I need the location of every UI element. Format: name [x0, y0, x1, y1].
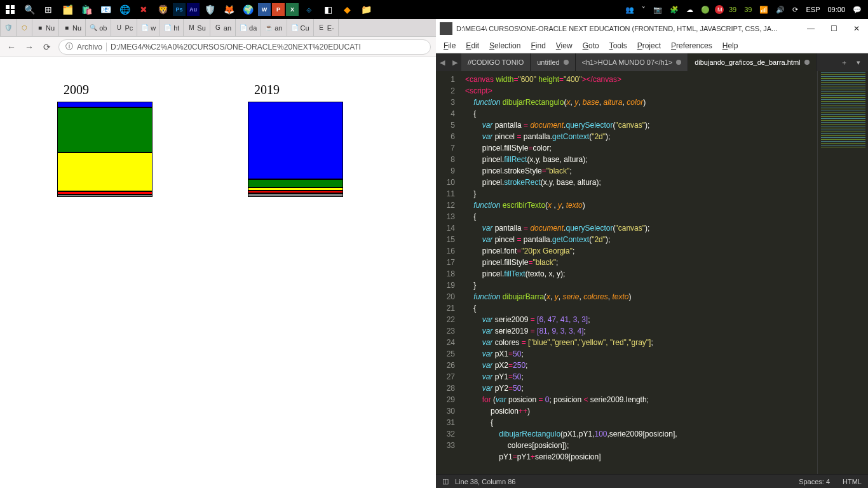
close-button[interactable]: ✕ — [845, 19, 868, 38]
chart-canvas: 20092019 — [19, 83, 400, 337]
menu-tools[interactable]: Tools — [604, 40, 632, 51]
tab-label: Nu — [46, 24, 55, 32]
sublime-icon[interactable]: ◆ — [338, 1, 356, 18]
svg-rect-3 — [11, 10, 15, 14]
lang-indicator[interactable]: ESP — [803, 6, 822, 13]
window-title: D:\MEG4\ CURSOS\ONE-ORACLE NEXT EDUCATIO… — [456, 25, 799, 32]
clock[interactable]: 09:00 — [825, 6, 848, 13]
powerpoint-icon[interactable]: P — [272, 3, 285, 16]
menu-find[interactable]: Find — [526, 40, 550, 51]
browser-tab[interactable]: 📄w — [137, 19, 160, 36]
browser-shield[interactable]: 🛡️ — [0, 19, 17, 36]
tab-label: an — [275, 24, 282, 32]
volume-icon[interactable]: 🔊 — [773, 6, 787, 14]
search-icon[interactable]: 🔍 — [20, 1, 38, 18]
browser-tab[interactable]: UPc — [111, 19, 137, 36]
minimize-button[interactable]: — — [799, 19, 822, 38]
excel-icon[interactable]: X — [286, 3, 299, 16]
temp-gpu: 39 — [726, 6, 739, 13]
chart-title: 2009 — [64, 83, 89, 97]
tray-icon-1[interactable]: 📷 — [651, 6, 665, 14]
tab-next-icon[interactable]: ▶ — [449, 58, 461, 67]
editor-tab[interactable]: //CODIGO TONIO — [461, 53, 531, 71]
editor-tab[interactable]: untitled — [531, 53, 575, 71]
start-icon[interactable] — [1, 1, 19, 18]
favicon-icon: 📄 — [141, 24, 149, 32]
maximize-button[interactable]: ☐ — [822, 19, 845, 38]
menu-help[interactable]: Help — [717, 40, 743, 51]
mail-icon[interactable]: 📧 — [97, 1, 114, 18]
minimap[interactable] — [817, 71, 868, 474]
new-tab-button[interactable]: ＋ — [837, 58, 851, 67]
browser-tab[interactable]: ■Nu — [32, 19, 59, 36]
browser-tab[interactable]: 📄ht — [160, 19, 184, 36]
editor-titlebar: D:\MEG4\ CURSOS\ONE-ORACLE NEXT EDUCATIO… — [436, 19, 868, 38]
chevron-up-icon[interactable]: ˅ — [639, 6, 648, 14]
browser-tab[interactable]: Gan — [210, 19, 236, 36]
browser-tab[interactable]: EE- — [314, 19, 339, 36]
protocol-label: Archivo — [77, 43, 102, 51]
vscode-icon[interactable]: ⟐ — [300, 1, 318, 18]
menu-preferences[interactable]: Preferences — [666, 40, 717, 51]
wifi-icon[interactable]: 📶 — [757, 6, 771, 14]
globe-icon[interactable]: 🌍 — [239, 1, 257, 18]
svg-rect-0 — [6, 5, 10, 9]
tab-actions: ＋ ▾ — [837, 58, 868, 67]
chart-segment — [57, 152, 153, 192]
chart-segment — [248, 102, 343, 179]
mega-icon[interactable]: M — [715, 5, 724, 14]
tray-icon-2[interactable]: 🧩 — [667, 6, 681, 14]
onedrive-icon[interactable]: ☁ — [684, 6, 696, 14]
reload-button[interactable]: ⟳ — [41, 41, 53, 53]
browser-tab[interactable]: 🔍ob — [86, 19, 111, 36]
menu-selection[interactable]: Selection — [484, 40, 526, 51]
word-icon[interactable]: W — [258, 3, 271, 16]
tab-menu-icon[interactable]: ▾ — [853, 58, 864, 67]
back-button[interactable]: ← — [5, 41, 18, 53]
audition-icon[interactable]: Au — [187, 3, 200, 16]
notifications-icon[interactable]: 💬 — [850, 6, 864, 14]
forward-button[interactable]: → — [23, 41, 36, 53]
browser-tab[interactable]: 📄Cu — [287, 19, 314, 36]
app-x-icon[interactable]: ✖ — [135, 1, 153, 18]
browser-tab[interactable]: 📄da — [236, 19, 261, 36]
browser-tab[interactable]: ■Nu — [59, 19, 86, 36]
brave-icon[interactable]: 🛡️ — [201, 1, 219, 18]
menu-file[interactable]: File — [438, 40, 461, 51]
menu-goto[interactable]: Goto — [578, 40, 604, 51]
taskbar-right: 👥 ˅ 📷 🧩 ☁ 🟢 M 39 39 📶 🔊 ⟳ ESP 09:00 💬 — [623, 5, 868, 14]
sync-icon[interactable]: ⟳ — [790, 6, 801, 14]
edge-icon[interactable]: 🌐 — [116, 1, 133, 18]
explorer-icon[interactable]: 🗂️ — [58, 1, 76, 18]
menu-project[interactable]: Project — [632, 40, 666, 51]
app-icon-1[interactable]: ◧ — [319, 1, 337, 18]
photoshop-icon[interactable]: Ps — [173, 3, 186, 16]
favicon-icon: G — [214, 24, 222, 32]
editor-tab[interactable]: dibujando_graficos_de_barra.html — [688, 53, 816, 71]
editor-tab[interactable]: <h1>HOLA MUNDO 07</h1> — [576, 53, 688, 71]
store-icon[interactable]: 🛍️ — [78, 1, 95, 18]
tab-label: ht — [173, 24, 179, 32]
tray-icon-3[interactable]: 🟢 — [698, 6, 712, 14]
firefox-icon[interactable]: 🦊 — [220, 1, 238, 18]
temp-cpu: 39 — [742, 6, 754, 13]
taskview-icon[interactable]: ⊞ — [39, 1, 57, 18]
panel-icon[interactable]: ◫ — [442, 477, 449, 485]
browser-tab[interactable]: MSu — [184, 19, 210, 36]
browser-tab[interactable]: ☕an — [261, 19, 287, 36]
dirty-dot-icon — [564, 60, 569, 65]
menu-view[interactable]: View — [551, 40, 578, 51]
code-content[interactable]: <canvas width="600" height="400"></canva… — [461, 71, 817, 474]
lion-icon[interactable]: 🦁 — [154, 1, 172, 18]
address-bar[interactable]: ⓘ Archivo D:/MEG4/%C2%A0%20CURSOS/ONE-OR… — [58, 39, 431, 55]
status-lang[interactable]: HTML — [843, 478, 862, 485]
status-position[interactable]: Line 38, Column 86 — [455, 478, 515, 485]
tab-prev-icon[interactable]: ◀ — [436, 58, 449, 67]
favicon-icon: M — [187, 24, 195, 32]
menu-edit[interactable]: Edit — [461, 40, 484, 51]
favicon-icon: ■ — [63, 24, 71, 32]
people-icon[interactable]: 👥 — [623, 6, 637, 14]
folder-icon[interactable]: 📁 — [357, 1, 375, 18]
status-spaces[interactable]: Spaces: 4 — [799, 478, 830, 485]
browser-rewards[interactable]: ⬡ — [17, 19, 32, 36]
